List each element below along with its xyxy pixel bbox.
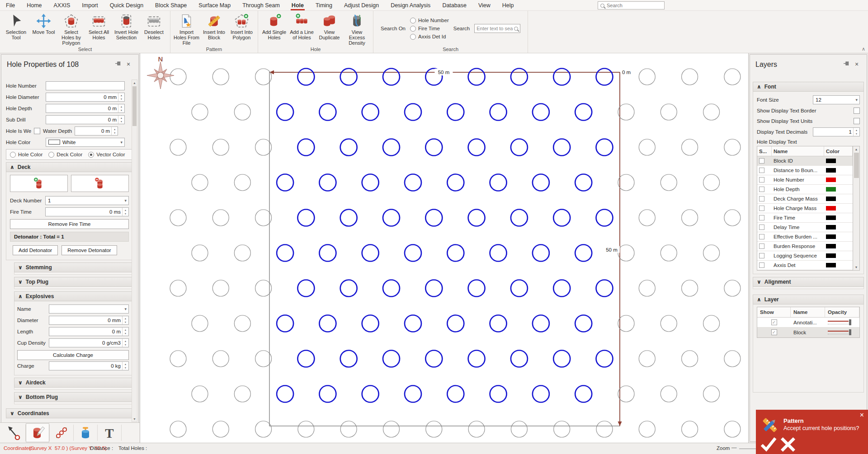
- line-of-holes-tool-button[interactable]: [50, 423, 73, 442]
- blast-hole[interactable]: [192, 174, 208, 191]
- blast-hole-selected[interactable]: [340, 351, 357, 367]
- blast-hole-selected[interactable]: [468, 280, 485, 297]
- radio-fire-time[interactable]: Fire Time: [410, 26, 449, 32]
- blast-hole-selected[interactable]: [277, 315, 293, 332]
- row-color-swatch[interactable]: [824, 253, 853, 258]
- row-checkbox[interactable]: [757, 187, 772, 192]
- blast-hole-selected[interactable]: [297, 69, 314, 85]
- blast-hole[interactable]: [660, 245, 677, 261]
- table-scrollbar[interactable]: ▲ ▼: [853, 146, 860, 271]
- blast-hole[interactable]: [298, 421, 314, 437]
- remove-detonator-button[interactable]: Remove Detonator: [61, 245, 117, 255]
- blast-hole-selected[interactable]: [533, 104, 549, 121]
- select-holes-by-polygon-button[interactable]: Select Holes by Polygon: [57, 13, 85, 46]
- blast-hole[interactable]: [340, 421, 357, 437]
- blast-hole-selected[interactable]: [383, 351, 400, 367]
- blast-hole[interactable]: [639, 69, 655, 85]
- blast-hole-selected[interactable]: [553, 69, 570, 85]
- blast-hole[interactable]: [255, 69, 272, 85]
- fire-time-input[interactable]: 0 ms▲▼: [45, 207, 129, 216]
- blast-hole[interactable]: [212, 351, 229, 367]
- column-header[interactable]: S...: [757, 146, 772, 156]
- blast-hole[interactable]: [682, 210, 698, 226]
- text-tool-button[interactable]: T: [98, 423, 121, 442]
- blast-hole-selected[interactable]: [297, 210, 314, 226]
- explosive-length-input[interactable]: 0 m▲▼: [49, 327, 129, 336]
- blast-hole-selected[interactable]: [596, 280, 613, 297]
- blast-hole-selected[interactable]: [447, 245, 464, 262]
- blast-hole[interactable]: [255, 351, 272, 367]
- scroll-down-icon[interactable]: ▼: [133, 416, 136, 421]
- zoom-out-button[interactable]: —: [731, 445, 737, 450]
- blast-hole-selected[interactable]: [425, 139, 442, 156]
- blast-hole-selected[interactable]: [553, 280, 570, 297]
- blast-hole[interactable]: [234, 315, 250, 332]
- blast-hole-selected[interactable]: [425, 351, 442, 367]
- blast-hole-selected[interactable]: [383, 210, 400, 226]
- blast-hole[interactable]: [554, 421, 570, 437]
- blast-hole[interactable]: [660, 386, 677, 402]
- row-color-swatch[interactable]: [824, 197, 853, 201]
- panel-scrollbar[interactable]: ▲ ▼: [132, 80, 137, 422]
- section-bottom-plug[interactable]: ∨Bottom Plug: [14, 392, 132, 402]
- row-checkbox[interactable]: [757, 234, 772, 239]
- row-checkbox[interactable]: [757, 177, 772, 183]
- blast-hole-selected[interactable]: [553, 139, 570, 156]
- blast-hole-selected[interactable]: [490, 174, 507, 191]
- blast-hole-selected[interactable]: [468, 139, 485, 156]
- blast-hole-selected[interactable]: [490, 386, 507, 403]
- blast-hole-selected[interactable]: [362, 245, 379, 262]
- font-size-dropdown[interactable]: 12▾: [813, 95, 860, 104]
- blast-hole[interactable]: [618, 315, 634, 332]
- blast-hole-selected[interactable]: [405, 315, 421, 332]
- detonator-tool-button[interactable]: [74, 423, 97, 442]
- blast-hole[interactable]: [660, 174, 677, 191]
- blast-hole-selected[interactable]: [277, 174, 293, 191]
- blast-hole[interactable]: [192, 104, 208, 120]
- blast-hole[interactable]: [660, 104, 677, 120]
- blast-hole-selected[interactable]: [340, 280, 357, 297]
- blast-hole-selected[interactable]: [297, 280, 314, 297]
- display-text-row[interactable]: Hole Charge Mass: [757, 204, 853, 213]
- blast-hole[interactable]: [212, 421, 229, 437]
- display-text-row[interactable]: Distance to Boun...: [757, 166, 853, 175]
- row-checkbox[interactable]: [757, 225, 772, 230]
- hole-is-wet-checkbox[interactable]: [34, 128, 40, 134]
- column-header[interactable]: Color: [824, 146, 853, 156]
- display-text-row[interactable]: Block ID: [757, 156, 853, 166]
- blast-hole[interactable]: [618, 245, 634, 261]
- block-outline[interactable]: [269, 72, 620, 426]
- menu-block-shape[interactable]: Block Shape: [149, 0, 193, 10]
- blast-hole[interactable]: [170, 69, 186, 85]
- hole-depth-input[interactable]: 0 m▲▼: [46, 104, 125, 113]
- view-duplicate-button[interactable]: View Duplicate: [316, 13, 343, 40]
- row-color-swatch[interactable]: [824, 215, 853, 220]
- import-holes-from-file-button[interactable]: Import Holes From File: [173, 13, 200, 46]
- blast-hole[interactable]: [703, 386, 720, 402]
- blast-hole[interactable]: [703, 104, 720, 120]
- charge-input[interactable]: 0 kg▲▼: [49, 361, 129, 370]
- spinner[interactable]: ▲▼: [122, 328, 128, 336]
- column-header[interactable]: Opacity: [825, 307, 859, 317]
- menu-view[interactable]: View: [472, 0, 496, 10]
- section-stemming[interactable]: ∨Stemming: [14, 262, 132, 272]
- menu-timing[interactable]: Timing: [310, 0, 338, 10]
- menu-design-analysis[interactable]: Design Analysis: [385, 0, 436, 10]
- row-color-swatch[interactable]: [824, 225, 853, 229]
- row-checkbox[interactable]: [757, 196, 772, 201]
- add-detonator-button[interactable]: Add Detonator: [13, 245, 58, 255]
- show-border-checkbox[interactable]: [854, 108, 860, 114]
- menu-adjust-design[interactable]: Adjust Design: [338, 0, 385, 10]
- section-layer[interactable]: ∧Layer: [753, 295, 864, 304]
- blast-hole-selected[interactable]: [553, 351, 570, 367]
- menu-through-seam[interactable]: Through Seam: [236, 0, 286, 10]
- cup-density-input[interactable]: 0 g/cm3▲▼: [49, 338, 129, 347]
- blast-hole[interactable]: [234, 386, 250, 402]
- menu-quick-design[interactable]: Quick Design: [104, 0, 149, 10]
- blast-hole-selected[interactable]: [405, 174, 421, 191]
- blast-hole[interactable]: [511, 421, 527, 437]
- blast-hole-selected[interactable]: [362, 174, 379, 191]
- water-depth-input[interactable]: 0 m▲▼: [75, 126, 118, 136]
- blast-hole-selected[interactable]: [319, 245, 336, 262]
- menu-home[interactable]: Home: [21, 0, 47, 10]
